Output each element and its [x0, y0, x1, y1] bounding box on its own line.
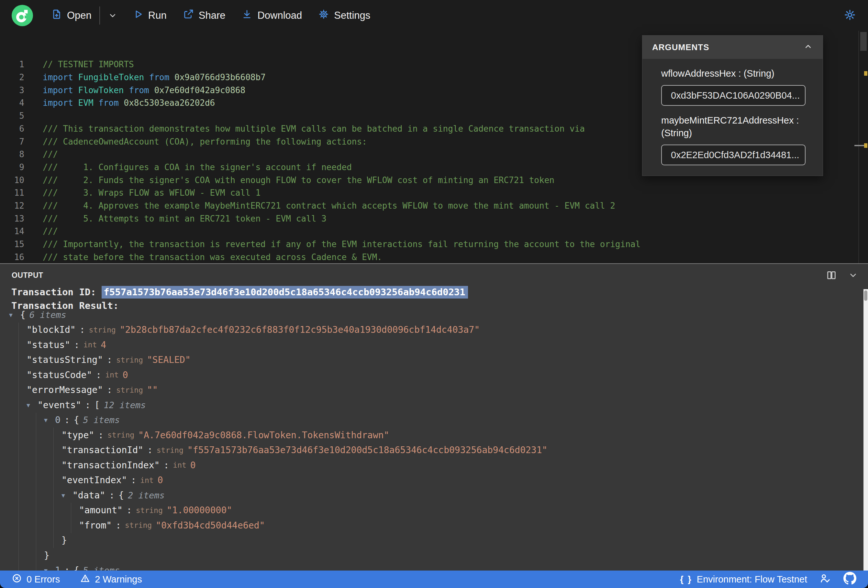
- flow-logo-icon[interactable]: [12, 5, 33, 26]
- collapse-toggle-icon[interactable]: ▼: [27, 402, 38, 408]
- line-number: 9: [0, 161, 24, 174]
- environment-label: Environment: Flow Testnet: [697, 574, 807, 585]
- errors-status[interactable]: 0 Errors: [12, 573, 60, 586]
- arguments-panel-body: wflowAddressHex : (String) 0xd3bF53DAC10…: [642, 59, 823, 165]
- argument-label: maybeMintERC721AddressHex : (String): [661, 114, 806, 139]
- collapse-toggle-icon[interactable]: ▼: [9, 311, 20, 318]
- code-line[interactable]: 13/// 5. Attempts to mint an ERC721 toke…: [0, 212, 868, 225]
- code-line[interactable]: 14///: [0, 225, 868, 238]
- json-str: "f557a1573b76aa53e73d46f3e10d200d5c18a65…: [187, 445, 548, 455]
- json-pn: :: [64, 565, 70, 570]
- json-pn: }: [44, 550, 50, 561]
- json-pn: :: [109, 490, 115, 501]
- line-number: 16: [0, 251, 24, 263]
- indent-guide: [53, 518, 54, 533]
- errors-count: 0 Errors: [27, 574, 60, 585]
- collapse-toggle-icon[interactable]: ▼: [44, 417, 55, 423]
- editor-scrollbar-thumb[interactable]: [860, 32, 867, 51]
- json-ty: string: [136, 506, 163, 514]
- environment-status[interactable]: { } Environment: Flow Testnet: [680, 574, 807, 585]
- line-number: 14: [0, 225, 24, 238]
- json-pn: :: [64, 415, 70, 425]
- code-line[interactable]: 16/// state before the transaction was e…: [0, 251, 868, 263]
- argument-input-maybemint[interactable]: 0x2E2Ed0Cfd3AD2f1d34481...: [661, 144, 806, 165]
- download-button[interactable]: Download: [241, 9, 302, 22]
- run-button[interactable]: Run: [132, 9, 167, 22]
- argument-input-wflow[interactable]: 0xd3bF53DAC106A0290B04...: [661, 85, 806, 106]
- code-text: /// state before the transaction was exe…: [24, 251, 382, 263]
- warning-marker: [864, 71, 867, 76]
- output-json-row: }: [0, 533, 862, 548]
- indent-guide: [36, 427, 36, 443]
- open-button[interactable]: Open: [51, 9, 92, 22]
- output-json-row: "from":string"0xfd3b4cd50d44e6ed": [0, 518, 862, 533]
- json-str: "2b28cbfb87da2cfec4f0232c6f883f0f12c95b3…: [120, 324, 480, 335]
- arguments-title: ARGUMENTS: [652, 42, 709, 52]
- output-scrollbar-track[interactable]: [864, 289, 868, 570]
- indent-guide: [71, 503, 71, 518]
- code-text: /// 4. Approves the example MaybeMintERC…: [24, 200, 615, 212]
- output-json-row: "statusString":string"SEALED": [0, 352, 862, 368]
- share-button[interactable]: Share: [183, 9, 226, 22]
- output-json-row: "blockId":string"2b28cbfb87da2cfec4f0232…: [0, 323, 862, 337]
- chevron-up-icon[interactable]: [803, 42, 813, 53]
- json-pn: [: [94, 400, 100, 410]
- json-str: "A.7e60df042a9c0868.FlowToken.TokensWith…: [138, 430, 389, 441]
- arguments-panel-header[interactable]: ARGUMENTS: [642, 35, 823, 59]
- indent-guide: [53, 443, 54, 458]
- output-json-row: "errorMessage":string"": [0, 383, 862, 398]
- line-number: 7: [0, 136, 24, 149]
- json-meta: 5 items: [83, 565, 120, 570]
- indent-guide: [18, 413, 19, 428]
- indent-guide: [53, 458, 54, 473]
- account-person-icon[interactable]: [819, 572, 831, 587]
- json-ty: int: [105, 371, 119, 379]
- output-scrollbar-thumb[interactable]: [864, 290, 867, 301]
- collapse-toggle-icon[interactable]: ▼: [44, 567, 55, 570]
- code-text: /// Importantly, the transaction is reve…: [24, 238, 641, 251]
- flow-playground-window: Open Run Share: [0, 0, 868, 588]
- indent-guide: [18, 518, 19, 533]
- json-pn: :: [131, 475, 136, 485]
- theme-toggle-button[interactable]: [843, 9, 856, 23]
- json-meta: 2 items: [128, 490, 165, 500]
- collapse-toggle-icon[interactable]: ▼: [62, 492, 72, 499]
- output-json-row: ▼0:{5 items: [0, 413, 862, 428]
- code-line[interactable]: 15/// Importantly, the transaction is re…: [0, 238, 868, 251]
- code-line[interactable]: 11/// 3. Wraps FLOW as WFLOW - EVM call …: [0, 187, 868, 200]
- line-number: 10: [0, 174, 24, 187]
- indent-guide: [18, 398, 19, 413]
- line-number: 1: [0, 58, 24, 71]
- indent-guide: [18, 323, 19, 337]
- split-view-icon[interactable]: [826, 270, 837, 282]
- settings-button[interactable]: Settings: [318, 9, 370, 22]
- toolbar-divider: [99, 6, 100, 25]
- indent-guide: [53, 533, 54, 548]
- json-pn: :: [115, 520, 121, 531]
- code-line[interactable]: 12/// 4. Approves the example MaybeMintE…: [0, 200, 868, 212]
- open-dropdown-button[interactable]: [108, 11, 118, 21]
- warning-triangle-icon: [80, 573, 90, 586]
- line-number: 13: [0, 212, 24, 225]
- indent-guide: [53, 427, 54, 443]
- collapse-output-chevron-icon[interactable]: [848, 270, 858, 282]
- json-pn: :: [98, 430, 103, 441]
- json-ty: string: [116, 386, 143, 394]
- output-json-row: "statusCode":int0: [0, 367, 862, 383]
- warnings-status[interactable]: 2 Warnings: [80, 573, 142, 586]
- output-json-row: "status":int4: [0, 337, 862, 352]
- code-text: import EVM from 0x8c5303eaa26202d6: [24, 97, 215, 110]
- editor-scrollbar-track: [858, 31, 859, 263]
- open-file-icon: [51, 9, 62, 22]
- json-ty: string: [108, 431, 134, 439]
- indent-guide: [18, 503, 19, 518]
- output-json-row: "eventIndex":int0: [0, 473, 862, 488]
- code-text: /// 2. Funds the signer's COA with enoug…: [24, 174, 554, 187]
- indent-guide: [36, 488, 36, 503]
- output-json-row: "transactionId":string"f557a1573b76aa53e…: [0, 443, 862, 458]
- json-pn: :: [107, 385, 112, 395]
- line-number: 2: [0, 71, 24, 84]
- transaction-result-json-tree: ▼{6 items"blockId":string"2b28cbfb87da2c…: [0, 307, 862, 570]
- github-icon[interactable]: [843, 572, 856, 587]
- indent-guide: [18, 427, 19, 443]
